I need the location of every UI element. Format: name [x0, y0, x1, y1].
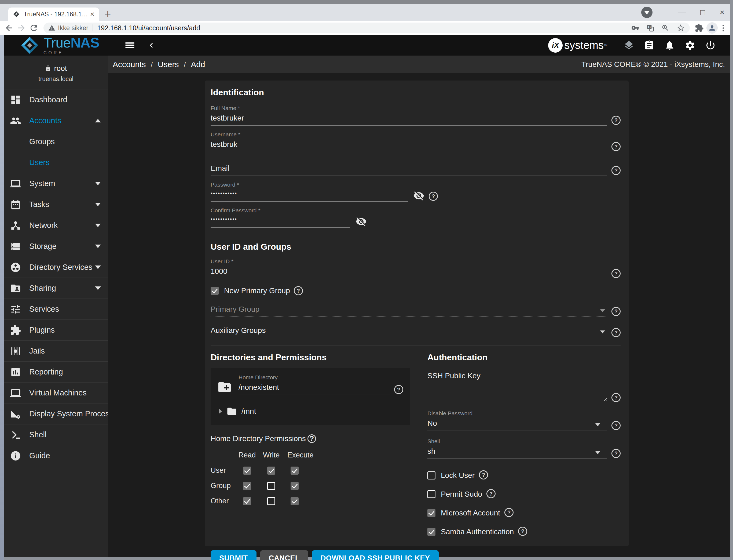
new-tab-button[interactable]: + — [105, 9, 111, 19]
password-key-icon[interactable] — [631, 24, 639, 32]
power-icon[interactable] — [705, 40, 716, 51]
password-field[interactable]: Password * ••••••••••• — [211, 181, 408, 202]
help-icon[interactable]: ? — [611, 449, 621, 458]
microsoft-account-checkbox[interactable] — [427, 509, 435, 517]
sidebar-item-tasks[interactable]: Tasks — [4, 194, 108, 215]
shell-select[interactable]: Shell sh — [427, 438, 607, 459]
disable-password-select[interactable]: Disable Password No — [427, 410, 607, 431]
perm-other-read-checkbox[interactable] — [243, 497, 251, 505]
help-icon[interactable]: ? — [518, 527, 527, 536]
translate-icon[interactable] — [646, 24, 654, 32]
truenas-logo[interactable]: TrueNAS CORE — [21, 36, 99, 55]
help-icon[interactable]: ? — [611, 307, 621, 316]
permit-sudo-checkbox[interactable] — [427, 490, 435, 498]
perm-group-write-checkbox[interactable] — [267, 482, 275, 490]
hamburger-menu-icon[interactable] — [124, 39, 136, 51]
help-icon[interactable]: ? — [486, 489, 495, 498]
sidebar-item-system[interactable]: System — [4, 173, 108, 194]
perm-other-write-checkbox[interactable] — [267, 497, 275, 505]
help-icon[interactable]: ? — [611, 142, 621, 151]
auxiliary-groups-select[interactable]: Auxiliary Groups — [211, 326, 607, 338]
new-primary-group-checkbox[interactable] — [211, 287, 219, 295]
not-secure-warning-icon[interactable] — [48, 24, 55, 31]
user-id-field[interactable]: User ID * 1000 — [211, 258, 607, 279]
password-input[interactable]: ••••••••••• — [211, 190, 408, 202]
sidebar-item-guide[interactable]: Guide — [4, 445, 108, 466]
perm-other-execute-checkbox[interactable] — [291, 497, 299, 505]
breadcrumb-accounts[interactable]: Accounts — [113, 60, 146, 69]
back-button[interactable] — [4, 23, 14, 33]
perm-group-read-checkbox[interactable] — [243, 482, 251, 490]
tree-expand-icon[interactable] — [219, 409, 222, 414]
sidebar-item-groups[interactable]: Groups — [4, 131, 108, 152]
task-manager-icon[interactable] — [644, 40, 655, 51]
sidebar-item-users[interactable]: Users — [4, 152, 108, 173]
ssh-public-key-textarea[interactable] — [427, 383, 607, 403]
help-icon[interactable]: ? — [611, 116, 621, 125]
folder-plus-icon[interactable] — [217, 380, 232, 395]
extensions-icon[interactable] — [695, 23, 704, 32]
settings-gear-icon[interactable] — [685, 40, 695, 51]
toggle-confirm-visibility-icon[interactable] — [356, 216, 367, 227]
bookmark-star-icon[interactable] — [676, 24, 685, 32]
sidebar-item-plugins[interactable]: Plugins — [4, 320, 108, 341]
perm-user-execute-checkbox[interactable] — [291, 467, 299, 475]
sidebar-item-display-system-processes[interactable]: Display System Processes — [4, 403, 108, 424]
sidebar-item-accounts[interactable]: Accounts — [4, 110, 108, 131]
sidebar-item-services[interactable]: Services — [4, 299, 108, 320]
username-field[interactable]: Username * testbruk — [211, 131, 607, 152]
directory-tree-node-mnt[interactable]: /mnt — [217, 406, 403, 417]
sidebar-item-shell[interactable]: Shell — [4, 424, 108, 445]
help-icon[interactable]: ? — [611, 393, 621, 402]
help-icon[interactable]: ? — [479, 470, 488, 479]
sidebar-item-directory-services[interactable]: Directory Services — [4, 257, 108, 278]
avatar[interactable] — [706, 22, 718, 34]
toggle-password-visibility-icon[interactable] — [413, 190, 424, 201]
full-name-field[interactable]: Full Name * testbruker — [211, 105, 607, 126]
collapse-nav-icon[interactable] — [147, 41, 156, 50]
user-id-input[interactable]: 1000 — [211, 267, 607, 279]
help-icon[interactable]: ? — [429, 192, 438, 201]
sidebar-item-reporting[interactable]: Reporting — [4, 362, 108, 383]
sidebar-item-network[interactable]: Network — [4, 215, 108, 236]
sidebar-item-dashboard[interactable]: Dashboard — [4, 89, 108, 110]
help-icon[interactable]: ? — [308, 434, 316, 443]
help-icon[interactable]: ? — [611, 328, 621, 337]
window-minimize-button[interactable]: — — [678, 8, 686, 16]
full-name-input[interactable]: testbruker — [211, 114, 607, 126]
help-icon[interactable]: ? — [294, 286, 303, 295]
email-input[interactable]: Email — [211, 164, 607, 176]
perm-user-write-checkbox[interactable] — [267, 467, 275, 475]
resize-handle-icon[interactable] — [602, 397, 607, 401]
help-icon[interactable]: ? — [394, 385, 403, 394]
sidebar-item-jails[interactable]: Jails — [4, 341, 108, 362]
truecommand-icon[interactable] — [623, 40, 634, 51]
sidebar-item-storage[interactable]: Storage — [4, 236, 108, 257]
url-text[interactable]: 192.168.1.10/ui/account/users/add — [97, 24, 200, 32]
username-input[interactable]: testbruk — [211, 140, 607, 152]
browser-menu-icon[interactable] — [720, 25, 726, 31]
security-label[interactable]: Ikke sikker — [58, 24, 88, 32]
perm-group-execute-checkbox[interactable] — [291, 482, 299, 490]
sidebar-item-sharing[interactable]: Sharing — [4, 278, 108, 299]
help-icon[interactable]: ? — [504, 508, 513, 517]
help-icon[interactable]: ? — [611, 421, 621, 430]
perm-user-read-checkbox[interactable] — [243, 467, 251, 475]
tab-search-button[interactable] — [641, 7, 652, 18]
notifications-bell-icon[interactable] — [664, 40, 675, 51]
tab-close-icon[interactable]: × — [89, 10, 96, 18]
breadcrumb-users[interactable]: Users — [158, 60, 179, 69]
confirm-password-field[interactable]: Confirm Password * ••••••••••• — [211, 207, 350, 228]
cancel-button[interactable]: CANCEL — [260, 550, 309, 560]
download-ssh-public-key-button[interactable]: DOWNLOAD SSH PUBLIC KEY — [312, 550, 439, 560]
sidebar-item-virtual-machines[interactable]: Virtual Machines — [4, 383, 108, 403]
window-close-button[interactable]: × — [720, 8, 724, 16]
samba-authentication-checkbox[interactable] — [427, 528, 435, 536]
window-maximize-button[interactable]: □ — [700, 8, 705, 16]
lock-user-checkbox[interactable] — [427, 471, 435, 479]
zoom-icon[interactable] — [661, 24, 669, 32]
home-directory-field[interactable]: Home Directory /nonexistent — [239, 374, 390, 395]
email-field[interactable]: Email — [211, 164, 607, 176]
help-icon[interactable]: ? — [611, 269, 621, 278]
help-icon[interactable]: ? — [611, 166, 621, 175]
